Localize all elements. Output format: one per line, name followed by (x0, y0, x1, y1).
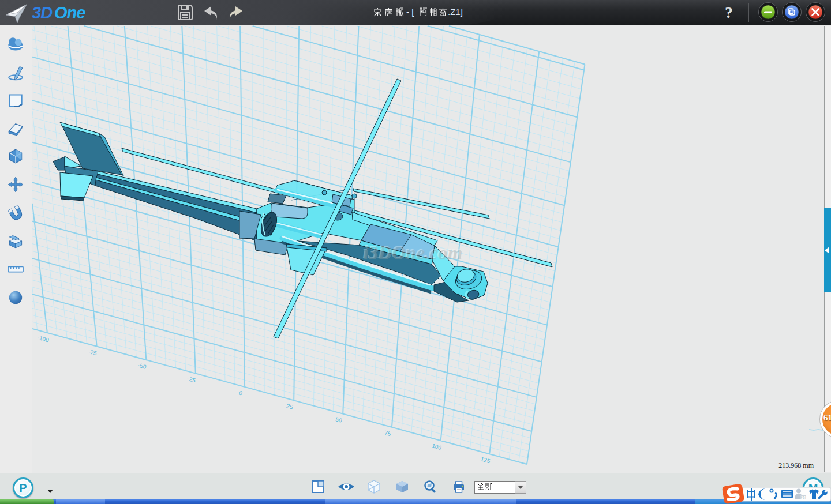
svg-text:-25: -25 (186, 375, 196, 384)
svg-text:25: 25 (286, 403, 294, 411)
svg-text:125: 125 (480, 456, 491, 464)
svg-text:.Z1]: .Z1] (448, 7, 463, 17)
svg-text:- [: - [ (406, 7, 414, 17)
svg-text:i3DOne.com: i3DOne.com (364, 243, 462, 264)
svg-text:?: ? (725, 3, 733, 21)
svg-text:75: 75 (384, 430, 392, 438)
svg-text:50: 50 (335, 416, 343, 424)
svg-text:0: 0 (238, 389, 244, 396)
svg-text:One: One (54, 3, 85, 22)
svg-text:-50: -50 (137, 362, 147, 371)
svg-text:3D: 3D (32, 3, 53, 22)
svg-text:14: 14 (801, 495, 806, 499)
svg-text:100: 100 (431, 442, 442, 451)
svg-text:-100: -100 (37, 334, 50, 344)
svg-text:-75: -75 (88, 348, 98, 357)
